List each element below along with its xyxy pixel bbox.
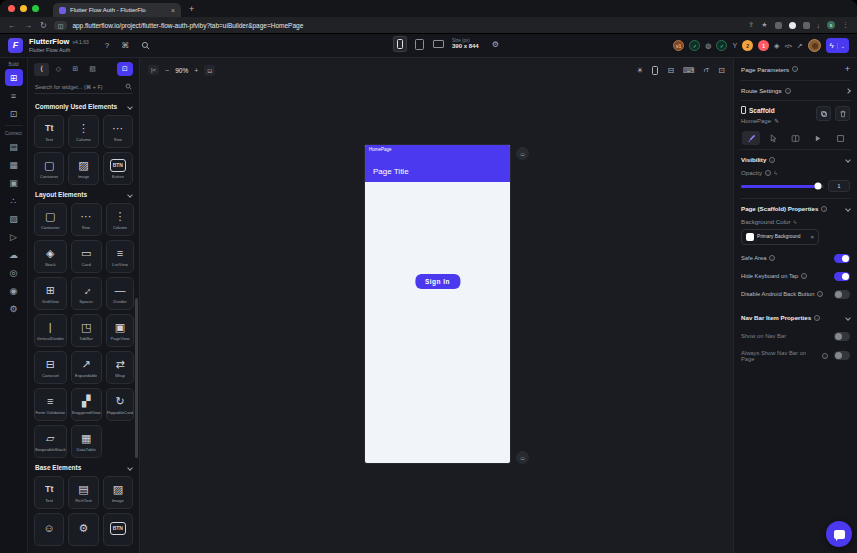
widget-card-carousel[interactable]: ⊟ Carousel	[34, 351, 67, 384]
download-icon[interactable]: ↓	[817, 22, 821, 29]
rail-item-cloud-functions-icon[interactable]: ☁	[5, 246, 23, 263]
widget-card-unlabeled[interactable]: BTN	[103, 513, 133, 546]
toggle-disable-android-back-button[interactable]	[834, 290, 850, 299]
zoom-in-icon[interactable]: +	[194, 67, 198, 74]
rail-item-ui-builder-icon[interactable]: ⊞	[5, 69, 23, 86]
widget-card-staggeredview[interactable]: ▞ StaggeredView	[71, 388, 102, 421]
toggle-safe-area[interactable]	[834, 254, 850, 263]
widget-search[interactable]	[34, 81, 133, 94]
widget-card-row[interactable]: ⋯ Row	[71, 203, 102, 236]
canvas-size-icon[interactable]: ⊡	[718, 66, 725, 75]
rail-item-actions-icon[interactable]: ▷	[5, 228, 23, 245]
widget-card-flippablecard[interactable]: ↻ FlippableCard	[106, 388, 135, 421]
widget-card-card[interactable]: ▭ Card	[71, 240, 102, 273]
clear-color-icon[interactable]: ×	[810, 234, 814, 240]
light-mode-icon[interactable]: ☀	[636, 66, 643, 75]
bookmark-star-icon[interactable]: ★	[761, 21, 767, 29]
rail-item-api-calls-icon[interactable]: ∴	[5, 192, 23, 209]
app-bar-title[interactable]: Page Title	[373, 167, 409, 176]
project-name[interactable]: Flutter Flow Auth	[29, 47, 89, 53]
omnibox[interactable]: ◫ app.flutterflow.io/project/flutter-flo…	[54, 21, 742, 30]
widget-section-header[interactable]: Base Elements	[34, 458, 133, 476]
widget-section-header[interactable]: Layout Elements	[34, 185, 133, 203]
rail-item-storyboard-icon[interactable]: ▨	[5, 210, 23, 227]
page-name-label[interactable]: HomePage	[369, 147, 392, 152]
rename-pencil-icon[interactable]: ✎	[774, 117, 779, 124]
issues-shield-icon[interactable]: ◈	[774, 42, 779, 50]
widget-card-container[interactable]: ▢ Container	[34, 203, 67, 236]
canvas[interactable]: |< − 90% + ⊡ ☀ ⊟ ⌨ rT ⊡ HomePage	[140, 58, 733, 553]
browser-back-icon[interactable]: ←	[8, 21, 16, 30]
palette-tab-templates[interactable]: ▧	[85, 63, 100, 76]
open-preview-icon[interactable]: ↗	[797, 42, 803, 50]
extension-icon[interactable]	[775, 22, 782, 29]
open-widget-tree-button[interactable]: ⊡	[117, 62, 133, 76]
route-settings-row[interactable]: Route Settings i	[740, 81, 851, 100]
widget-section-header[interactable]: Commonly Used Elements	[34, 97, 133, 115]
scaffold-properties-header[interactable]: Page (Scaffold) Properties i	[740, 199, 851, 218]
widget-card-expandable[interactable]: ↗ Expandable	[71, 351, 102, 384]
palette-tab-widgets[interactable]: ⟨	[34, 63, 49, 76]
error-count-badge[interactable]: 1	[758, 40, 769, 51]
background-color-chip[interactable]: Primary Background ×	[741, 229, 819, 245]
rail-item-tests-icon[interactable]: ◎	[5, 264, 23, 281]
widget-card-image[interactable]: ▨ Image	[103, 476, 133, 509]
rail-item-database-icon[interactable]: ▤	[5, 138, 23, 155]
framed-phone-icon[interactable]: ⊟	[667, 66, 674, 75]
rail-item-page-selector-icon[interactable]: ⊡	[5, 105, 23, 122]
widget-card-verticaldivider[interactable]: | VerticalDivider	[34, 314, 67, 347]
version-badge[interactable]: v1	[673, 40, 685, 51]
run-options-chevron-icon[interactable]: ⌄	[837, 43, 845, 49]
extension-icon[interactable]	[789, 22, 796, 29]
widget-card-column[interactable]: ⋮ Column	[68, 115, 98, 148]
slider-knob[interactable]	[815, 183, 822, 190]
sign-in-button[interactable]: Sign In	[415, 274, 460, 289]
copy-widget-button[interactable]	[816, 106, 831, 121]
user-avatar[interactable]	[808, 39, 821, 52]
tab-close-icon[interactable]: ×	[171, 7, 175, 14]
device-tablet-button[interactable]	[412, 36, 426, 52]
device-frame-icon[interactable]	[652, 66, 658, 75]
close-window-button[interactable]	[8, 5, 15, 12]
widget-card-row[interactable]: ⋯ Row	[103, 115, 133, 148]
widget-card-richtext[interactable]: ▤ RichText	[68, 476, 98, 509]
widget-card-unlabeled[interactable]: ☺	[34, 513, 64, 546]
widget-card-listview[interactable]: ≡ ListView	[106, 240, 135, 273]
view-code-icon[interactable]: </>	[785, 43, 792, 49]
minimize-window-button[interactable]	[20, 5, 27, 12]
rail-item-widget-tree-icon[interactable]: ≡	[5, 87, 23, 104]
warning-count-badge[interactable]: 2	[742, 40, 753, 51]
tab-widget[interactable]	[831, 131, 849, 145]
page-parameters-row[interactable]: Page Parameters i +	[740, 58, 851, 80]
rail-item-theme-icon[interactable]: ◉	[5, 282, 23, 299]
add-parameter-icon[interactable]: +	[845, 64, 850, 74]
set-from-variable-icon[interactable]: ϟ	[774, 170, 777, 176]
delete-widget-button[interactable]	[835, 106, 850, 121]
widget-card-spacer[interactable]: ↔ Spacer	[71, 277, 102, 310]
toggle-show-on-nav-bar[interactable]	[834, 332, 850, 341]
github-icon[interactable]: ◍	[705, 42, 711, 50]
toggle-hide-keyboard-on-tap[interactable]	[834, 272, 850, 281]
widget-card-wrap[interactable]: ⇄ Wrap	[106, 351, 135, 384]
widget-card-unlabeled[interactable]: ⚙	[68, 513, 98, 546]
tab-animations[interactable]	[809, 131, 827, 145]
search-icon[interactable]	[141, 41, 150, 50]
widget-card-divider[interactable]: — Divider	[106, 277, 135, 310]
canvas-settings-gear-icon[interactable]: ⚙	[492, 40, 499, 49]
opacity-value-input[interactable]	[828, 180, 850, 192]
run-button[interactable]: ϟ ⌄	[826, 38, 849, 53]
keyboard-icon[interactable]: ⌨	[683, 66, 695, 75]
widget-card-form-validation[interactable]: ≡ Form Validation	[34, 388, 67, 421]
widget-card-datatable[interactable]: ▦ DataTable	[71, 425, 102, 458]
widget-card-container[interactable]: ▢ Container	[34, 152, 64, 185]
browser-reload-icon[interactable]: ↻	[40, 21, 47, 30]
widget-name[interactable]: HomePage	[741, 118, 771, 124]
rail-item-data-types-icon[interactable]: ▦	[5, 156, 23, 173]
visibility-section-header[interactable]: Visibility i	[740, 150, 851, 169]
tab-layout[interactable]	[787, 131, 805, 145]
site-info-icon[interactable]: ◫	[54, 21, 68, 30]
build-check-icon[interactable]: ✓	[716, 40, 727, 51]
share-icon[interactable]: ⇪	[748, 21, 754, 29]
text-scale-icon[interactable]: rT	[704, 67, 710, 73]
new-tab-button[interactable]: +	[189, 4, 194, 14]
